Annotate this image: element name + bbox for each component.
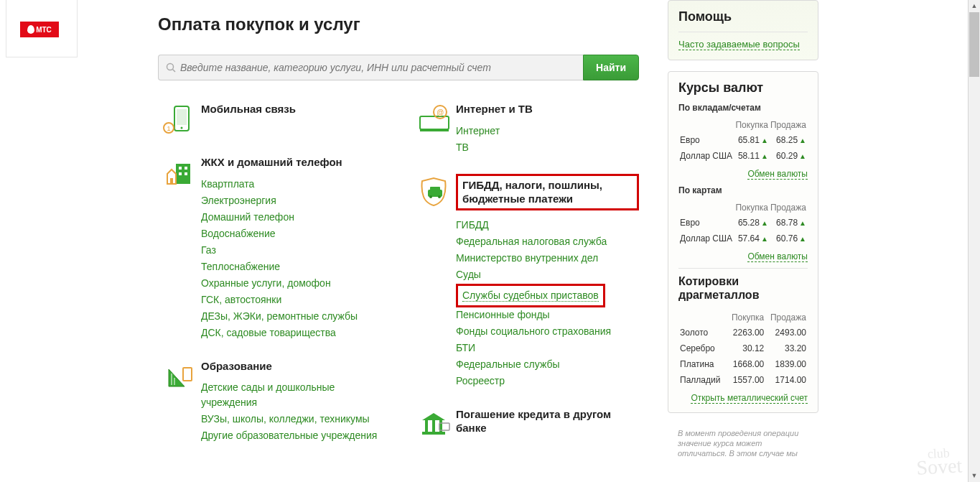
fine-print: В момент проведения операции значение ку… bbox=[668, 424, 818, 459]
search-button[interactable]: Найти bbox=[583, 55, 639, 80]
link-dsk[interactable]: ДСК, садовые товарищества bbox=[201, 325, 384, 340]
up-icon: ▲ bbox=[761, 152, 768, 160]
svg-point-0 bbox=[167, 64, 174, 70]
faq-link[interactable]: Часто задаваемые вопросы bbox=[678, 39, 800, 50]
cat-internet-title[interactable]: Интернет и ТВ bbox=[456, 102, 639, 116]
svg-line-1 bbox=[173, 70, 176, 73]
link-tv[interactable]: ТВ bbox=[456, 140, 639, 155]
up-icon: ▲ bbox=[799, 219, 806, 227]
page-title: Оплата покупок и услуг bbox=[158, 14, 639, 34]
cat-utilities-title[interactable]: ЖКХ и домашний телефон bbox=[201, 155, 384, 170]
svg-rect-20 bbox=[420, 129, 449, 131]
up-icon: ▲ bbox=[799, 152, 806, 160]
up-icon: ▲ bbox=[761, 235, 768, 243]
rate-row: Евро 65.81▲ 68.25▲ bbox=[680, 133, 806, 147]
metal-row: Платина1668.001839.00 bbox=[680, 357, 806, 371]
svg-rect-28 bbox=[425, 420, 428, 432]
mts-label: МТС bbox=[36, 26, 52, 34]
svg-rect-11 bbox=[185, 172, 187, 175]
scroll-thumb[interactable] bbox=[969, 12, 979, 77]
svg-rect-31 bbox=[422, 432, 445, 435]
scroll-up-icon[interactable]: ▲ bbox=[969, 0, 980, 12]
svg-text:@: @ bbox=[437, 108, 444, 116]
link-kindergarten[interactable]: Детские сады и дошкольные учреждения bbox=[201, 380, 384, 410]
svg-rect-8 bbox=[179, 167, 182, 170]
mts-logo[interactable]: МТС bbox=[20, 22, 59, 37]
help-panel: Помощь Часто задаваемые вопросы bbox=[668, 0, 818, 60]
svg-rect-3 bbox=[177, 109, 187, 125]
up-icon: ▲ bbox=[799, 136, 806, 144]
exchange-link-1[interactable]: Обмен валюты bbox=[678, 169, 808, 180]
link-other-edu[interactable]: Другие образовательные учреждения bbox=[201, 428, 384, 443]
open-metal-link[interactable]: Открыть металлический счет bbox=[678, 393, 808, 404]
gov-icon bbox=[413, 174, 456, 210]
link-bailiffs[interactable]: Службы судебных приставов bbox=[462, 289, 599, 301]
cat-utilities-links: Квартплата Электроэнергия Домашний телеф… bbox=[201, 177, 384, 340]
tv-icon: @ bbox=[413, 102, 456, 138]
link-dez[interactable]: ДЕЗы, ЖЭКи, ремонтные службы bbox=[201, 309, 384, 324]
search-input[interactable] bbox=[180, 62, 576, 73]
link-vuz[interactable]: ВУЗы, школы, колледжи, техникумы bbox=[201, 412, 384, 427]
svg-marker-27 bbox=[422, 413, 445, 420]
education-icon bbox=[158, 359, 201, 395]
up-icon: ▲ bbox=[799, 235, 806, 243]
help-title: Помощь bbox=[678, 9, 808, 24]
rates-panel: Курсы валют По вкладам/счетам ПокупкаПро… bbox=[668, 71, 818, 412]
svg-rect-26 bbox=[430, 187, 440, 190]
rate-row: Доллар США 58.11▲ 60.29▲ bbox=[680, 149, 806, 163]
svg-rect-10 bbox=[179, 172, 182, 175]
link-federal[interactable]: Федеральные службы bbox=[456, 357, 639, 372]
phone-icon: 1 bbox=[158, 102, 201, 138]
metal-row: Золото2263.002493.00 bbox=[680, 325, 806, 340]
link-rosreestr[interactable]: Росреестр bbox=[456, 374, 639, 389]
cat-edu-links: Детские сады и дошкольные учреждения ВУЗ… bbox=[201, 380, 384, 443]
cat-loan-title[interactable]: Погашение кредита в другом банке bbox=[456, 407, 639, 435]
highlight-gov-title: ГИБДД, налоги, пошлины, бюджетные платеж… bbox=[456, 174, 639, 210]
link-fns[interactable]: Федеральная налоговая служба bbox=[456, 234, 639, 249]
watermark: club Sovet bbox=[915, 448, 962, 475]
link-gibdd[interactable]: ГИБДД bbox=[456, 218, 639, 233]
search-icon bbox=[166, 62, 176, 73]
bank-icon bbox=[413, 407, 456, 443]
link-social[interactable]: Фонды социального страхования bbox=[456, 324, 639, 339]
rate-row: Доллар США 57.64▲ 60.76▲ bbox=[680, 231, 806, 246]
link-water[interactable]: Водоснабжение bbox=[201, 226, 384, 241]
house-icon bbox=[158, 155, 201, 191]
cat-mobile-title[interactable]: Мобильная связь bbox=[201, 102, 384, 116]
link-mvd[interactable]: Министерство внутренних дел bbox=[456, 251, 639, 266]
svg-rect-29 bbox=[432, 420, 435, 432]
mts-egg-icon bbox=[27, 25, 34, 34]
link-heat[interactable]: Теплоснабжение bbox=[201, 259, 384, 274]
link-kvartplata[interactable]: Квартплата bbox=[201, 177, 384, 192]
svg-rect-9 bbox=[185, 167, 187, 170]
search-wrap bbox=[158, 55, 583, 80]
metals-title: Котировки драгметаллов bbox=[678, 274, 808, 302]
hdr-buy: Покупка bbox=[735, 119, 768, 131]
rate-row: Евро 65.28▲ 68.78▲ bbox=[680, 215, 806, 230]
svg-rect-7 bbox=[176, 164, 190, 184]
svg-rect-13 bbox=[170, 178, 173, 184]
svg-point-24 bbox=[429, 195, 432, 198]
link-gas[interactable]: Газ bbox=[201, 243, 384, 258]
svg-point-4 bbox=[181, 127, 183, 129]
hdr-sell: Продажа bbox=[770, 119, 806, 131]
svg-rect-18 bbox=[183, 368, 192, 381]
up-icon: ▲ bbox=[761, 219, 768, 227]
up-icon: ▲ bbox=[761, 136, 768, 144]
link-internet[interactable]: Интернет bbox=[456, 124, 639, 139]
scroll-down-icon[interactable]: ▼ bbox=[969, 470, 980, 482]
scrollbar[interactable]: ▲ ▼ bbox=[968, 0, 980, 482]
cat-edu-title[interactable]: Образование bbox=[201, 359, 384, 374]
link-bti[interactable]: БТИ bbox=[456, 340, 639, 356]
rates-by-cards: По картам bbox=[678, 185, 808, 195]
cat-gov-title[interactable]: ГИБДД, налоги, пошлины, бюджетные платеж… bbox=[462, 178, 633, 206]
link-homephone[interactable]: Домашний телефон bbox=[201, 210, 384, 225]
link-courts[interactable]: Суды bbox=[456, 267, 639, 282]
link-pension[interactable]: Пенсионные фонды bbox=[456, 307, 639, 323]
rates-title: Курсы валют bbox=[678, 80, 808, 96]
link-security[interactable]: Охранные услуги, домофон bbox=[201, 276, 384, 291]
metal-row: Серебро30.1233.20 bbox=[680, 341, 806, 356]
link-electro[interactable]: Электроэнергия bbox=[201, 193, 384, 208]
link-parking[interactable]: ГСК, автостоянки bbox=[201, 292, 384, 307]
exchange-link-2[interactable]: Обмен валюты bbox=[678, 251, 808, 262]
